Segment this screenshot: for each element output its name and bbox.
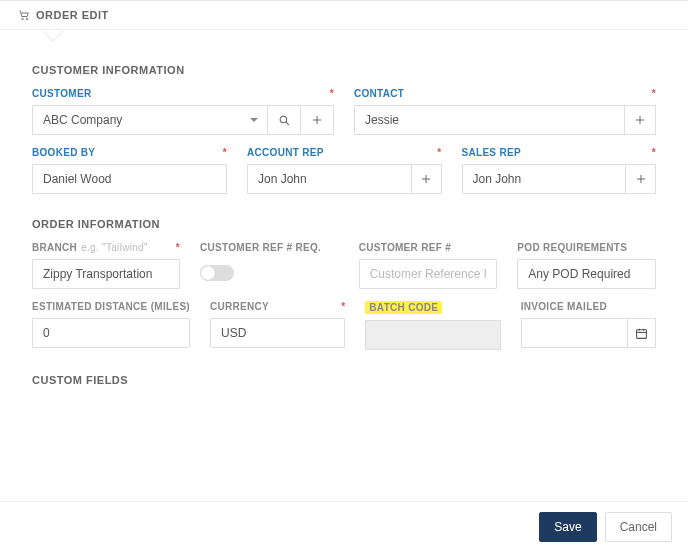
batch-code-input xyxy=(365,320,500,350)
currency-input[interactable] xyxy=(210,318,345,348)
cust-ref-input[interactable] xyxy=(359,259,498,289)
pod-input[interactable] xyxy=(517,259,656,289)
required-mark: * xyxy=(646,147,656,158)
svg-point-1 xyxy=(26,18,28,20)
account-rep-label: ACCOUNT REP * xyxy=(247,147,442,158)
svg-point-0 xyxy=(22,18,24,20)
plus-icon xyxy=(311,114,323,126)
plus-icon xyxy=(420,173,432,185)
est-distance-input[interactable] xyxy=(32,318,190,348)
page-header: ORDER EDIT xyxy=(0,1,688,30)
pod-label: POD REQUIREMENTS xyxy=(517,242,656,253)
plus-icon xyxy=(635,173,647,185)
contact-input[interactable] xyxy=(354,105,625,135)
est-distance-label: ESTIMATED DISTANCE (MILES) xyxy=(32,301,190,312)
sales-rep-add-button[interactable] xyxy=(625,164,656,194)
branch-label: BRANCH e.g. "Tailwind" * xyxy=(32,242,180,253)
customer-select[interactable] xyxy=(32,105,268,135)
cart-icon xyxy=(18,9,30,21)
contact-add-button[interactable] xyxy=(624,105,656,135)
cancel-button[interactable]: Cancel xyxy=(605,512,672,542)
sales-rep-label: SALES REP * xyxy=(462,147,657,158)
branch-input[interactable] xyxy=(32,259,180,289)
required-mark: * xyxy=(170,242,180,253)
section-order-info: ORDER INFORMATION xyxy=(32,218,656,230)
cust-ref-req-toggle[interactable] xyxy=(200,265,234,281)
account-rep-input[interactable] xyxy=(247,164,412,194)
required-mark: * xyxy=(646,88,656,99)
svg-rect-12 xyxy=(637,329,647,338)
currency-label: CURRENCY * xyxy=(210,301,345,312)
cust-ref-label: CUSTOMER REF # xyxy=(359,242,498,253)
required-mark: * xyxy=(217,147,227,158)
customer-add-button[interactable] xyxy=(300,105,334,135)
contact-label: CONTACT * xyxy=(354,88,656,99)
footer: Save Cancel xyxy=(0,501,688,552)
save-button[interactable]: Save xyxy=(539,512,596,542)
section-custom-fields: CUSTOM FIELDS xyxy=(32,374,656,386)
invoice-mailed-date-button[interactable] xyxy=(627,318,656,348)
section-customer-info: CUSTOMER INFORMATION xyxy=(32,64,656,76)
calendar-icon xyxy=(635,327,648,340)
required-mark: * xyxy=(324,88,334,99)
booked-by-label: BOOKED BY * xyxy=(32,147,227,158)
customer-search-button[interactable] xyxy=(267,105,301,135)
sales-rep-input[interactable] xyxy=(462,164,627,194)
batch-code-label: BATCH CODE xyxy=(365,301,500,314)
required-mark: * xyxy=(431,147,441,158)
required-mark: * xyxy=(335,301,345,312)
plus-icon xyxy=(634,114,646,126)
cust-ref-req-label: CUSTOMER REF # REQ. xyxy=(200,242,339,253)
invoice-mailed-input[interactable] xyxy=(521,318,628,348)
invoice-mailed-label: INVOICE MAILED xyxy=(521,301,656,312)
page-title: ORDER EDIT xyxy=(36,9,109,21)
account-rep-add-button[interactable] xyxy=(411,164,442,194)
booked-by-input[interactable] xyxy=(32,164,227,194)
svg-point-2 xyxy=(280,116,287,123)
chevron-down-icon xyxy=(250,118,258,122)
search-icon xyxy=(278,114,291,127)
customer-label: CUSTOMER * xyxy=(32,88,334,99)
svg-line-3 xyxy=(285,121,288,124)
header-notch xyxy=(42,31,64,42)
